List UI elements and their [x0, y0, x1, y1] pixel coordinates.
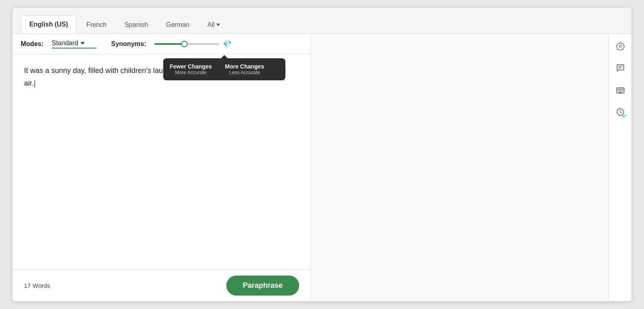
gear-icon [616, 42, 625, 51]
history-premium-icon-btn[interactable]: 💎 [613, 105, 628, 119]
tabs-bar: English (US) French Spanish German All [13, 8, 631, 34]
mode-dropdown-arrow [81, 42, 85, 44]
synonyms-slider-thumb[interactable] [181, 41, 188, 47]
comments-icon-btn[interactable] [613, 61, 628, 75]
word-count: 17 Words [24, 282, 50, 289]
synonyms-slider-container: 💎 [154, 40, 232, 49]
right-sidebar: 💎 [609, 34, 631, 301]
settings-icon-btn[interactable] [613, 39, 628, 53]
tooltip-more-sub: Less Accurate [229, 70, 260, 75]
app-container: English (US) French Spanish German All M… [13, 8, 631, 301]
synonyms-slider-track[interactable] [154, 43, 219, 45]
comments-icon [616, 64, 625, 73]
keyboard-icon-btn[interactable] [613, 83, 628, 97]
synonyms-tooltip: Fewer Changes More Accurate More Changes… [163, 58, 285, 80]
tooltip-more-changes: More Changes Less Accurate [225, 63, 264, 75]
tab-spanish[interactable]: Spanish [116, 16, 156, 33]
editor-footer: 17 Words Paraphrase [13, 269, 311, 301]
tab-french[interactable]: French [78, 16, 115, 33]
paraphrase-button[interactable]: Paraphrase [226, 276, 299, 296]
svg-point-0 [619, 45, 622, 47]
tooltip-fewer-sub: More Accurate [175, 70, 206, 75]
tab-english-us[interactable]: English (US) [21, 15, 77, 33]
modes-label: Modes: [21, 40, 44, 48]
history-premium-diamond: 💎 [622, 114, 627, 119]
cursor [34, 79, 36, 87]
mode-value: Standard [52, 40, 78, 47]
premium-diamond-icon: 💎 [223, 40, 232, 49]
synonyms-label: Synonyms: [111, 40, 146, 48]
tooltip-fewer-title: Fewer Changes [170, 63, 212, 70]
output-panel [311, 34, 609, 301]
keyboard-icon [616, 86, 625, 95]
tab-all[interactable]: All [199, 16, 229, 33]
tooltip-fewer-changes: Fewer Changes More Accurate [170, 63, 212, 75]
tooltip-more-title: More Changes [225, 63, 264, 70]
editor-panel: Modes: Standard Synonyms: 💎 Fewer Change… [13, 34, 311, 301]
mode-dropdown[interactable]: Standard [52, 40, 96, 49]
text-editor[interactable]: It was a sunny day, filled with children… [13, 55, 311, 269]
svg-rect-1 [617, 65, 624, 70]
content-area: Modes: Standard Synonyms: 💎 Fewer Change… [13, 34, 631, 301]
toolbar: Modes: Standard Synonyms: 💎 Fewer Change… [13, 34, 311, 55]
all-dropdown-chevron [216, 24, 220, 26]
tab-german[interactable]: German [158, 16, 198, 33]
